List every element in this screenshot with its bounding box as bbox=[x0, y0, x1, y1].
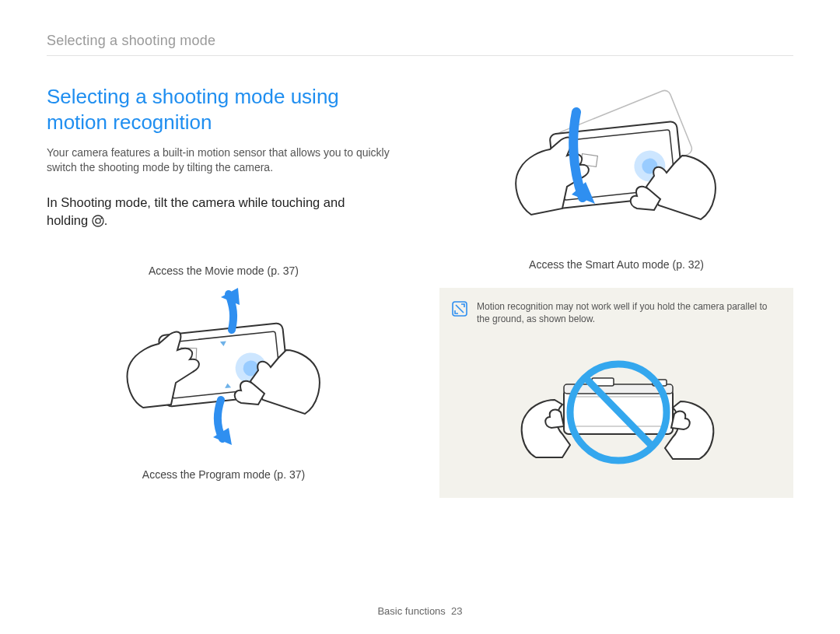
page-footer: Basic functions 23 bbox=[0, 605, 840, 617]
running-head: Selecting a shooting mode bbox=[47, 33, 793, 49]
tilt-up-arrow-icon bbox=[221, 288, 240, 330]
note-box: Motion recognition may not work well if … bbox=[439, 288, 793, 336]
left-column: Selecting a shooting mode using motion r… bbox=[47, 84, 401, 498]
note-icon bbox=[452, 301, 467, 325]
caption-smart: Access the Smart Auto mode (p. 32) bbox=[439, 258, 793, 271]
parallel-ground-figure bbox=[439, 336, 793, 498]
svg-point-1 bbox=[96, 219, 100, 223]
intro-paragraph: Your camera features a built-in motion s… bbox=[47, 145, 401, 175]
footer-section: Basic functions bbox=[377, 605, 445, 617]
caption-movie: Access the Movie mode (p. 37) bbox=[47, 264, 401, 277]
right-column: Access the Smart Auto mode (p. 32) Motio… bbox=[439, 84, 793, 498]
tilt-down-arrow-icon bbox=[213, 400, 232, 445]
header-rule bbox=[47, 55, 793, 56]
movie-mode-figure: Access the Movie mode (p. 37) bbox=[47, 264, 401, 481]
section-title: Selecting a shooting mode using motion r… bbox=[47, 84, 373, 135]
footer-page-number: 23 bbox=[451, 605, 462, 617]
mode-dial-icon bbox=[92, 214, 104, 232]
camera-parallel-illustration bbox=[500, 341, 733, 481]
camera-tilt-illustration bbox=[115, 283, 333, 462]
instruction-post: . bbox=[104, 213, 108, 227]
instruction-text: In Shooting mode, tilt the camera while … bbox=[47, 194, 381, 232]
camera-rotate-illustration bbox=[500, 81, 733, 252]
note-text: Motion recognition may not work well if … bbox=[477, 300, 781, 325]
svg-point-0 bbox=[93, 215, 103, 226]
caption-program: Access the Program mode (p. 37) bbox=[47, 468, 401, 481]
smart-auto-figure: Access the Smart Auto mode (p. 32) bbox=[439, 81, 793, 271]
svg-point-2 bbox=[100, 217, 102, 219]
